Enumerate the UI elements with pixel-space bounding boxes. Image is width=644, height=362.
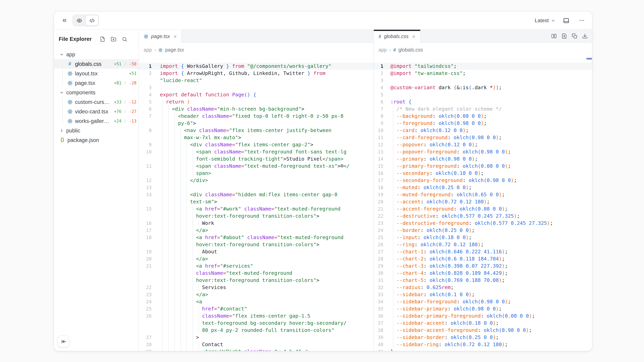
line-number: 21 (139, 263, 152, 270)
close-tab-button[interactable]: × (412, 33, 415, 39)
line-number: 37 (374, 320, 383, 327)
search-files-button[interactable] (122, 36, 127, 42)
code-row: 23</a> (139, 291, 374, 298)
indent-guides (390, 298, 396, 305)
chevron-right-icon (60, 128, 64, 133)
sidebar-item-app[interactable]: app (54, 49, 138, 59)
file-label: app (66, 51, 75, 57)
tab-globals-css[interactable]: # globals.css × (374, 30, 420, 43)
line-number: 13 (139, 184, 152, 191)
sidebar-item-works-galler-[interactable]: works-galler…+24 / -13 (54, 116, 138, 126)
copy-button[interactable] (572, 33, 577, 39)
code-row: 14<div className="hidden md:flex items-c… (139, 191, 374, 198)
more-options-button[interactable] (577, 16, 586, 25)
sidebar-item-layout.tsx[interactable]: layout.tsx+51 (54, 69, 138, 78)
code-row: 12</div> (139, 177, 374, 184)
code-row: 28--chart-2: oklch(0.6 0.118 184.704); (374, 255, 592, 263)
code-row: font-semibold tracking-tight">Studio Pix… (139, 155, 374, 163)
sidebar-item-video-card.tsx[interactable]: video-card.tsx+76 / -27 (54, 107, 138, 116)
new-folder-button[interactable] (111, 36, 116, 42)
css-hash-icon: # (393, 47, 396, 52)
file-label: video-card.tsx (75, 108, 108, 114)
collapse-panel-button[interactable] (60, 16, 69, 25)
line-number: 2 (374, 70, 383, 77)
code-row: hover:text-foreground transition-colors"… (139, 277, 374, 284)
tabbar-mid: page.tsx × (139, 30, 374, 43)
sidebar-item-components[interactable]: components (54, 88, 138, 97)
line-number (139, 170, 152, 177)
indent-guides (390, 191, 396, 198)
code-row: 24<a (139, 298, 374, 305)
code-row: 20--accent: oklch(0.72 0.12 180); (374, 198, 592, 205)
code-row: 21--accent-foreground: oklch(0.08 0 0); (374, 205, 592, 213)
code-row: max-w-7xl mx-auto"> (139, 134, 374, 141)
code-row: 5return ( (139, 98, 374, 105)
code-row: 28Contact (139, 341, 374, 348)
indent-guides (160, 320, 202, 327)
file-label: package.json (68, 137, 99, 143)
breadcrumb-root: app (144, 47, 152, 53)
line-number: 28 (139, 341, 152, 348)
line-number: 3 (374, 77, 383, 84)
line-number: 8 (374, 113, 383, 120)
sidebar-item-public[interactable]: public (54, 126, 138, 135)
indent-guides (160, 170, 196, 177)
sidebar-item-page.tsx[interactable]: page.tsx+81 / -28 (54, 78, 138, 88)
indent-guides (160, 98, 166, 105)
chevron-right-icon: › (389, 47, 391, 52)
split-view-button[interactable] (551, 33, 557, 39)
code-row: text-sm"> (139, 198, 374, 205)
indent-guides (390, 134, 396, 141)
react-icon (158, 48, 163, 52)
download-button[interactable] (582, 33, 588, 39)
code-row: 10<span className="text-foreground font-… (139, 148, 374, 155)
panel-layout-button[interactable] (562, 16, 571, 25)
line-number: 5 (374, 91, 383, 98)
new-file-button[interactable] (100, 36, 105, 42)
line-number: 4 (374, 84, 383, 91)
chevron-down-icon (60, 52, 64, 56)
tab-page-tsx[interactable]: page.tsx × (139, 30, 182, 43)
tab-label: globals.css (384, 33, 408, 39)
indent-guides (390, 148, 396, 155)
css-hash-icon: # (378, 34, 381, 39)
indent-guides (390, 120, 396, 127)
line-number: 7 (139, 113, 152, 120)
scroll-position-indicator[interactable] (586, 58, 592, 59)
line-number: 21 (374, 205, 383, 213)
line-number: 8 (139, 127, 152, 134)
code-row: hover:text-foreground transition-colors"… (139, 241, 374, 248)
indent-guides (160, 284, 202, 291)
version-dropdown[interactable]: Latest (535, 17, 556, 23)
top-toolbar: Latest (54, 11, 592, 30)
code-row: 12--popover: oklch(0.12 0 0); (374, 141, 592, 148)
indent-guides (390, 220, 396, 227)
code-row: 22--destructive: oklch(0.577 0.245 27.32… (374, 213, 592, 220)
indent-guides (160, 177, 190, 184)
sidebar-item-globals.css[interactable]: #globals.css+51 / -50 (54, 59, 138, 69)
indent-guides (390, 334, 396, 341)
file-explorer-actions (100, 36, 127, 42)
indent-guides (160, 184, 190, 191)
chevron-down-icon (60, 90, 64, 95)
line-number (139, 241, 152, 248)
indent-guides (390, 155, 396, 163)
code-row: 16--secondary: oklch(0.18 0 0); (374, 170, 592, 177)
line-number: 19 (374, 191, 383, 198)
collapse-sidebar-button[interactable] (58, 336, 70, 347)
react-icon (158, 48, 163, 52)
code-row: 4export default function Page() { (139, 91, 374, 98)
react-icon (144, 34, 148, 39)
close-tab-button[interactable]: × (174, 33, 177, 39)
preview-toggle-button[interactable] (73, 15, 85, 25)
file-diff-button[interactable] (562, 33, 567, 39)
file-diff-icon (562, 33, 567, 39)
sidebar-item-custom-curs-[interactable]: custom-curs…+33 / -12 (54, 97, 138, 107)
code-row: 80 px-4 py-2 rounded-full transition-col… (139, 327, 374, 334)
line-number: 20 (139, 255, 152, 263)
sidebar-item-package.json[interactable]: {}package.json (54, 135, 138, 145)
indent-guides (390, 184, 396, 191)
file-explorer-title: File Explorer (59, 36, 92, 42)
code-toggle-button[interactable] (85, 15, 98, 26)
indent-guides (390, 227, 396, 234)
